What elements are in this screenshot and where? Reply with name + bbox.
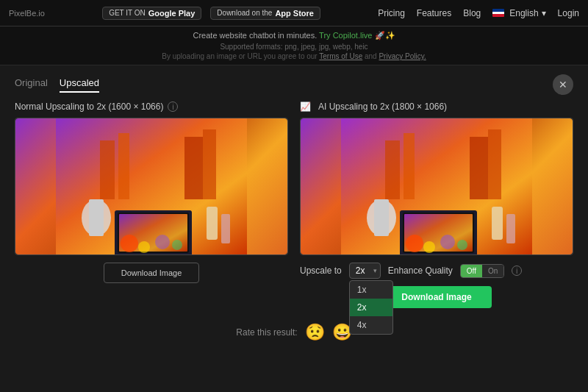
upscale-dropdown-menu: 1x 2x 4x [349, 280, 393, 335]
main-content: ✕ Original Upscaled Normal Upscaling to … [0, 65, 588, 354]
dropdown-item-4x[interactable]: 4x [350, 316, 392, 334]
flag-icon [492, 9, 504, 17]
formats-list: png, jpeg, jpg, webp, heic [284, 43, 368, 51]
svg-rect-28 [492, 207, 503, 240]
normal-image-wrapper [15, 118, 288, 255]
comparison-area: Normal Upscaling to 2x (1600 × 1066) i [15, 101, 573, 308]
normal-download-button[interactable]: Download Image [104, 263, 199, 283]
upscale-select[interactable]: 1x 2x 4x [349, 263, 381, 279]
svg-rect-6 [89, 199, 104, 236]
tab-upscaled[interactable]: Upscaled [60, 77, 99, 93]
upscale-to-label: Upscale to [300, 266, 342, 276]
rating-label: Rate this result: [236, 327, 297, 338]
svg-point-31 [423, 241, 435, 253]
toggle-on-button[interactable]: On [482, 265, 503, 277]
svg-point-33 [457, 240, 467, 250]
svg-point-16 [172, 240, 182, 250]
svg-rect-19 [404, 133, 415, 199]
terms-link[interactable]: Terms of Use [319, 52, 362, 60]
app-store-pre: Download on the [217, 9, 272, 17]
svg-rect-3 [184, 137, 203, 199]
google-play-label: Google Play [148, 9, 196, 18]
google-play-badge[interactable]: GET IT ON Google Play [102, 7, 201, 20]
info-icon-left[interactable]: i [168, 101, 178, 112]
promo-banner: Create website chatbot in minutes. Try C… [0, 26, 588, 65]
tos-pre: By uploading an image or URL you agree t… [162, 52, 317, 60]
google-play-pre: GET IT ON [109, 9, 146, 17]
banner-emoji-rocket: 🚀✨ [375, 31, 395, 40]
svg-rect-2 [118, 133, 129, 199]
nav-features[interactable]: Features [417, 8, 451, 18]
dropdown-item-1x[interactable]: 1x [350, 281, 392, 299]
site-logo: PixelBe.io [9, 9, 45, 18]
view-tabs: Original Upscaled [15, 77, 573, 93]
login-button[interactable]: Login [558, 8, 579, 18]
enhance-quality-label: Enhance Quality [388, 266, 453, 276]
svg-rect-1 [100, 140, 115, 199]
ai-upscale-label: AI Upscaling to 2x (1800 × 1066) [318, 101, 447, 112]
svg-point-30 [406, 235, 423, 252]
banner-link[interactable]: Try Copilot.live [319, 31, 372, 40]
normal-upscale-image [15, 118, 287, 254]
ai-image-wrapper [300, 118, 573, 255]
app-store-badge[interactable]: Download on the App Store [210, 7, 320, 20]
nav-pricing[interactable]: Pricing [378, 8, 405, 18]
normal-upscale-title: Normal Upscaling to 2x (1600 × 1066) i [15, 101, 288, 112]
svg-rect-11 [207, 207, 218, 240]
svg-rect-29 [506, 214, 515, 243]
svg-rect-4 [203, 129, 216, 199]
ai-download-button[interactable]: Download Image [381, 286, 492, 308]
enhance-quality-toggle: Off On [460, 264, 505, 278]
formats-row: Supported formats: png, jpeg, jpg, webp,… [4, 43, 584, 51]
banner-text: Create website chatbot in minutes. Try C… [4, 31, 584, 40]
formats-label: Supported formats: [220, 43, 282, 51]
normal-upscale-panel: Normal Upscaling to 2x (1600 × 1066) i [15, 101, 288, 283]
ai-upscale-panel: 📈 AI Upscaling to 2x (1800 × 1066) [300, 101, 573, 308]
chevron-down-icon: ▾ [542, 8, 546, 18]
tos-row: By uploading an image or URL you agree t… [4, 52, 584, 60]
svg-rect-18 [385, 140, 400, 199]
ai-badge-icon: 📈 [300, 101, 311, 112]
svg-rect-21 [488, 129, 501, 199]
nav-blog[interactable]: Blog [463, 8, 481, 18]
ai-upscale-image [301, 118, 573, 254]
upscale-controls: Upscale to 1x 2x 4x ▾ 1x 2x 4x Enhanc [300, 263, 573, 279]
svg-point-15 [155, 235, 170, 249]
close-button[interactable]: ✕ [553, 74, 573, 95]
toggle-off-button[interactable]: Off [461, 265, 482, 277]
nav-links: Pricing Features Blog English ▾ Login [378, 8, 579, 18]
rating-section: Rate this result: 😟 😀 [15, 323, 573, 342]
nav-center: GET IT ON Google Play Download on the Ap… [102, 7, 320, 20]
svg-point-32 [440, 235, 455, 249]
svg-point-14 [138, 241, 150, 253]
app-store-label: App Store [275, 9, 314, 18]
tos-mid: and [365, 52, 377, 60]
enhance-info-icon[interactable]: i [512, 266, 522, 276]
language-label: English [509, 8, 538, 18]
svg-rect-23 [374, 199, 389, 236]
image-svg-right [301, 118, 573, 254]
language-selector[interactable]: English ▾ [492, 8, 545, 18]
normal-upscale-label: Normal Upscaling to 2x (1600 × 1066) [15, 101, 163, 112]
banner-message: Create website chatbot in minutes. [193, 31, 317, 40]
svg-rect-20 [470, 137, 488, 199]
ai-upscale-title: 📈 AI Upscaling to 2x (1800 × 1066) [300, 101, 573, 112]
upscale-select-wrapper: 1x 2x 4x ▾ 1x 2x 4x [349, 263, 381, 279]
top-navbar: PixelBe.io GET IT ON Google Play Downloa… [0, 0, 588, 26]
tab-original[interactable]: Original [15, 77, 48, 93]
image-svg-left [15, 118, 287, 254]
dropdown-item-2x[interactable]: 2x [350, 299, 392, 316]
svg-point-13 [121, 235, 138, 252]
bad-rating-button[interactable]: 😟 [305, 323, 325, 342]
svg-rect-12 [221, 214, 230, 243]
privacy-link[interactable]: Privacy Policy. [379, 52, 426, 60]
